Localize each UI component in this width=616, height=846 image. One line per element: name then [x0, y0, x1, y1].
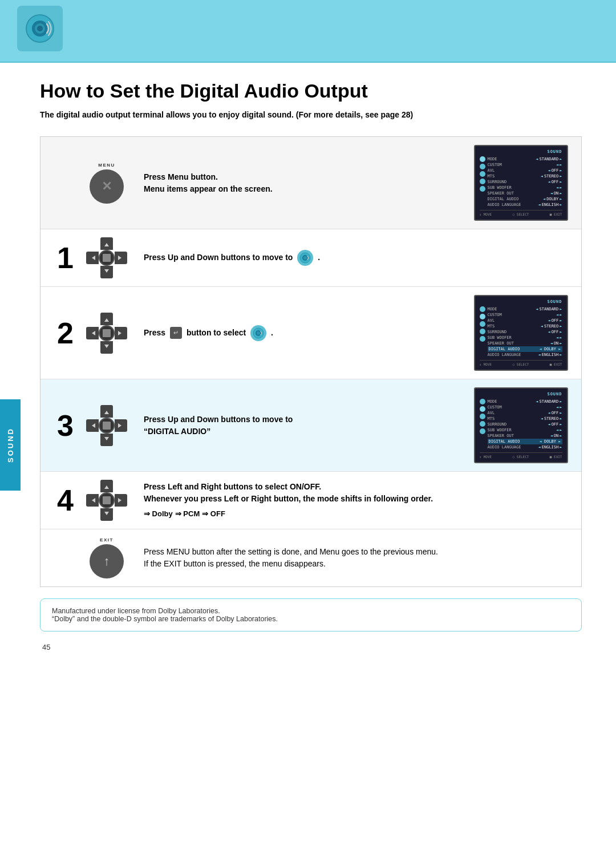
step-3-icon: [81, 405, 132, 446]
step-1-text: Press Up and Down buttons to move to .: [138, 250, 469, 266]
step-3-number: 3: [50, 411, 81, 440]
svg-point-3: [37, 26, 43, 31]
menu-icon-area: MENU ✕: [81, 163, 132, 204]
menu-button-icon: ✕: [90, 169, 124, 204]
svg-point-6: [303, 256, 307, 260]
menu-text-line2: Menu items appear on the screen.: [144, 183, 464, 195]
step-1-text-content: Press Up and Down buttons to move to: [144, 253, 293, 262]
menu-step-text: Press Menu button. Menu items appear on …: [138, 171, 469, 195]
sound-inline-icon-2: [250, 325, 266, 341]
dpad-icon-1: [86, 237, 127, 278]
screen-mockup-3: SOUND MODE◄ STANDARD ► CUSTOM◄ ►: [474, 387, 568, 463]
step-3-text: Press Up and Down buttons to move to “DI…: [138, 414, 469, 438]
side-tab-sound: SOUND: [0, 399, 21, 491]
exit-icon-area: EXIT ↑: [81, 537, 132, 578]
step-3-screen: SOUND MODE◄ STANDARD ► CUSTOM◄ ►: [469, 387, 572, 463]
page-number: 45: [40, 643, 582, 651]
step-4-icon: [81, 480, 132, 521]
screen-mockup-2: SOUND MODE◄ STANDARD ► CUSTOM◄ ►: [474, 295, 568, 371]
menu-text-line1: Press Menu button.: [144, 171, 464, 183]
step-4-text-line1: Press Left and Right buttons to select O…: [144, 481, 464, 493]
step-2-number: 2: [50, 318, 81, 348]
sound-speaker-icon: [17, 6, 63, 51]
dpad-icon-2: [86, 313, 127, 354]
side-tab-label: SOUND: [6, 427, 15, 463]
menu-label: MENU: [98, 163, 115, 168]
dolby-sequence: ⇒ Dolby ⇒ PCM ⇒ OFF: [144, 508, 464, 520]
step-4-text: Press Left and Right buttons to select O…: [138, 481, 469, 520]
step-4-number: 4: [50, 485, 81, 515]
step-4-text-line2: Whenever you press Left or Right button,…: [144, 493, 464, 505]
exit-step-row: EXIT ↑ Press MENU button after the setti…: [40, 529, 581, 586]
sound-inline-icon-1: [297, 250, 313, 266]
dpad-icon-3: [86, 405, 127, 446]
subtitle: The digital audio output terminal allows…: [40, 110, 582, 119]
step-2-screen: SOUND MODE◄ STANDARD ► CUSTOM◄ ►: [469, 295, 572, 371]
step-3-text-line1: Press Up and Down buttons to move to: [144, 414, 464, 426]
step-2-icon: [81, 313, 132, 354]
exit-text-line1: Press MENU button after the setting is d…: [144, 546, 464, 558]
enter-key-icon: ↵: [170, 327, 182, 339]
step-1-row: 1 Press Up and Down buttons to move to: [40, 229, 581, 287]
step-2-text: Press ↵ button to select .: [138, 325, 469, 341]
step-3-row: 3 Press Up and Down buttons to move to “…: [40, 379, 581, 472]
steps-container: MENU ✕ Press Menu button. Menu items app…: [40, 136, 582, 587]
top-bar: [0, 0, 616, 63]
exit-label: EXIT: [100, 537, 114, 543]
step-1-number: 1: [50, 243, 81, 273]
exit-text-line2: If the EXIT button is pressed, the menu …: [144, 558, 464, 570]
step-3-text-line2: “DIGITAL AUDIO”: [144, 426, 464, 438]
footer-box: Manufactured under license from Dolby La…: [40, 598, 582, 632]
exit-button-icon: ↑: [90, 544, 124, 578]
menu-step-screen: SOUND MODE◄ STANDARD ► CUSTOM◄ ►: [469, 145, 572, 221]
step-4-row: 4 Press Left and Right buttons to select…: [40, 472, 581, 529]
dpad-icon-4: [86, 480, 127, 521]
footer-line1: Manufactured under license from Dolby La…: [52, 607, 570, 615]
footer-line2: “Dolby” and the double-D symbol are trad…: [52, 615, 570, 623]
step-2-row: 2 Press ↵ button to select: [40, 287, 581, 379]
screen-mockup-1: SOUND MODE◄ STANDARD ► CUSTOM◄ ►: [474, 145, 568, 221]
svg-point-9: [257, 331, 260, 335]
main-content: How to Set the Digital Audio Output The …: [0, 63, 616, 669]
step-1-icon: [81, 237, 132, 278]
exit-step-text: Press MENU button after the setting is d…: [138, 546, 469, 570]
menu-step-row: MENU ✕ Press Menu button. Menu items app…: [40, 137, 581, 229]
page-title: How to Set the Digital Audio Output: [40, 80, 582, 102]
